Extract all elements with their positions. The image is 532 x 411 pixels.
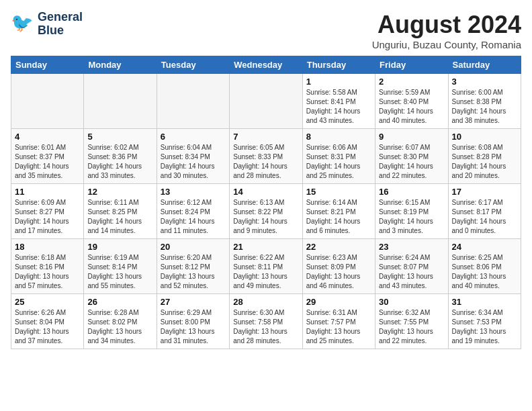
day-info: Sunrise: 6:17 AM Sunset: 8:17 PM Dayligh… (452, 198, 517, 236)
day-number: 11 (15, 187, 80, 197)
logo-icon: 🐦 (11, 12, 35, 36)
day-number: 23 (379, 242, 444, 252)
calendar-cell: 10Sunrise: 6:08 AM Sunset: 8:28 PM Dayli… (448, 129, 521, 184)
day-info: Sunrise: 6:15 AM Sunset: 8:19 PM Dayligh… (379, 198, 444, 236)
day-number: 31 (452, 297, 517, 307)
day-info: Sunrise: 6:30 AM Sunset: 7:58 PM Dayligh… (233, 308, 298, 346)
day-info: Sunrise: 6:00 AM Sunset: 8:38 PM Dayligh… (452, 88, 517, 126)
page-header: 🐦 General Blue August 2024 Unguriu, Buza… (11, 11, 521, 50)
day-info: Sunrise: 6:24 AM Sunset: 8:07 PM Dayligh… (379, 253, 444, 291)
day-number: 7 (233, 132, 298, 142)
day-info: Sunrise: 6:06 AM Sunset: 8:31 PM Dayligh… (306, 143, 371, 181)
day-number: 19 (87, 242, 152, 252)
day-number: 26 (87, 297, 152, 307)
calendar-cell: 17Sunrise: 6:17 AM Sunset: 8:17 PM Dayli… (448, 184, 521, 239)
calendar-cell: 13Sunrise: 6:12 AM Sunset: 8:24 PM Dayli… (157, 184, 229, 239)
day-info: Sunrise: 6:11 AM Sunset: 8:25 PM Dayligh… (87, 198, 152, 236)
day-info: Sunrise: 6:20 AM Sunset: 8:12 PM Dayligh… (161, 253, 226, 291)
calendar-cell: 4Sunrise: 6:01 AM Sunset: 8:37 PM Daylig… (11, 129, 84, 184)
calendar-table: SundayMondayTuesdayWednesdayThursdayFrid… (11, 56, 521, 349)
day-number: 10 (452, 132, 517, 142)
day-number: 4 (15, 132, 80, 142)
calendar-cell: 14Sunrise: 6:13 AM Sunset: 8:22 PM Dayli… (230, 184, 302, 239)
logo-text: General Blue (38, 11, 83, 38)
day-number: 29 (306, 297, 371, 307)
weekday-header: Sunday (11, 56, 84, 74)
day-number: 12 (87, 187, 152, 197)
day-info: Sunrise: 6:26 AM Sunset: 8:04 PM Dayligh… (15, 308, 80, 346)
weekday-header: Thursday (302, 56, 375, 74)
weekday-header: Monday (84, 56, 157, 74)
day-info: Sunrise: 6:12 AM Sunset: 8:24 PM Dayligh… (161, 198, 226, 236)
calendar-cell (230, 74, 302, 129)
day-info: Sunrise: 6:09 AM Sunset: 8:27 PM Dayligh… (15, 198, 80, 236)
calendar-cell (11, 74, 84, 129)
day-number: 25 (15, 297, 80, 307)
day-info: Sunrise: 5:58 AM Sunset: 8:41 PM Dayligh… (306, 88, 371, 126)
day-info: Sunrise: 5:59 AM Sunset: 8:40 PM Dayligh… (379, 88, 444, 126)
calendar-cell: 28Sunrise: 6:30 AM Sunset: 7:58 PM Dayli… (230, 294, 302, 349)
day-number: 8 (306, 132, 371, 142)
day-info: Sunrise: 6:25 AM Sunset: 8:06 PM Dayligh… (452, 253, 517, 291)
day-info: Sunrise: 6:07 AM Sunset: 8:30 PM Dayligh… (379, 143, 444, 181)
calendar-cell: 22Sunrise: 6:23 AM Sunset: 8:09 PM Dayli… (302, 239, 375, 294)
calendar-cell: 29Sunrise: 6:31 AM Sunset: 7:57 PM Dayli… (302, 294, 375, 349)
day-number: 13 (161, 187, 226, 197)
title-block: August 2024 Unguriu, Buzau County, Roman… (372, 11, 521, 50)
location-subtitle: Unguriu, Buzau County, Romania (372, 39, 521, 50)
day-info: Sunrise: 6:23 AM Sunset: 8:09 PM Dayligh… (306, 253, 371, 291)
day-number: 9 (379, 132, 444, 142)
month-year-title: August 2024 (372, 11, 521, 39)
calendar-body: 1Sunrise: 5:58 AM Sunset: 8:41 PM Daylig… (11, 74, 521, 349)
day-info: Sunrise: 6:31 AM Sunset: 7:57 PM Dayligh… (306, 308, 371, 346)
day-number: 6 (161, 132, 226, 142)
calendar-week-row: 1Sunrise: 5:58 AM Sunset: 8:41 PM Daylig… (11, 74, 521, 129)
calendar-cell: 19Sunrise: 6:19 AM Sunset: 8:14 PM Dayli… (84, 239, 157, 294)
calendar-cell: 25Sunrise: 6:26 AM Sunset: 8:04 PM Dayli… (11, 294, 84, 349)
day-info: Sunrise: 6:28 AM Sunset: 8:02 PM Dayligh… (87, 308, 152, 346)
day-number: 18 (15, 242, 80, 252)
weekday-header: Friday (375, 56, 448, 74)
calendar-cell: 15Sunrise: 6:14 AM Sunset: 8:21 PM Dayli… (302, 184, 375, 239)
day-number: 28 (233, 297, 298, 307)
day-info: Sunrise: 6:05 AM Sunset: 8:33 PM Dayligh… (233, 143, 298, 181)
calendar-cell: 21Sunrise: 6:22 AM Sunset: 8:11 PM Dayli… (230, 239, 302, 294)
day-info: Sunrise: 6:14 AM Sunset: 8:21 PM Dayligh… (306, 198, 371, 236)
calendar-cell: 11Sunrise: 6:09 AM Sunset: 8:27 PM Dayli… (11, 184, 84, 239)
svg-text:🐦: 🐦 (11, 12, 34, 34)
calendar-cell: 8Sunrise: 6:06 AM Sunset: 8:31 PM Daylig… (302, 129, 375, 184)
day-number: 24 (452, 242, 517, 252)
weekday-header: Tuesday (157, 56, 229, 74)
day-number: 14 (233, 187, 298, 197)
day-info: Sunrise: 6:02 AM Sunset: 8:36 PM Dayligh… (87, 143, 152, 181)
day-info: Sunrise: 6:22 AM Sunset: 8:11 PM Dayligh… (233, 253, 298, 291)
day-number: 17 (452, 187, 517, 197)
calendar-cell (157, 74, 229, 129)
day-info: Sunrise: 6:13 AM Sunset: 8:22 PM Dayligh… (233, 198, 298, 236)
calendar-cell: 31Sunrise: 6:34 AM Sunset: 7:53 PM Dayli… (448, 294, 521, 349)
calendar-cell: 30Sunrise: 6:32 AM Sunset: 7:55 PM Dayli… (375, 294, 448, 349)
calendar-cell: 7Sunrise: 6:05 AM Sunset: 8:33 PM Daylig… (230, 129, 302, 184)
day-info: Sunrise: 6:01 AM Sunset: 8:37 PM Dayligh… (15, 143, 80, 181)
calendar-cell: 9Sunrise: 6:07 AM Sunset: 8:30 PM Daylig… (375, 129, 448, 184)
calendar-header-row: SundayMondayTuesdayWednesdayThursdayFrid… (11, 56, 521, 74)
day-number: 5 (87, 132, 152, 142)
day-number: 15 (306, 187, 371, 197)
day-info: Sunrise: 6:19 AM Sunset: 8:14 PM Dayligh… (87, 253, 152, 291)
calendar-cell: 2Sunrise: 5:59 AM Sunset: 8:40 PM Daylig… (375, 74, 448, 129)
day-number: 22 (306, 242, 371, 252)
day-number: 21 (233, 242, 298, 252)
day-number: 30 (379, 297, 444, 307)
calendar-cell: 6Sunrise: 6:04 AM Sunset: 8:34 PM Daylig… (157, 129, 229, 184)
weekday-header: Saturday (448, 56, 521, 74)
calendar-week-row: 25Sunrise: 6:26 AM Sunset: 8:04 PM Dayli… (11, 294, 521, 349)
calendar-cell: 23Sunrise: 6:24 AM Sunset: 8:07 PM Dayli… (375, 239, 448, 294)
calendar-week-row: 18Sunrise: 6:18 AM Sunset: 8:16 PM Dayli… (11, 239, 521, 294)
calendar-cell: 12Sunrise: 6:11 AM Sunset: 8:25 PM Dayli… (84, 184, 157, 239)
calendar-cell: 27Sunrise: 6:29 AM Sunset: 8:00 PM Dayli… (157, 294, 229, 349)
calendar-week-row: 11Sunrise: 6:09 AM Sunset: 8:27 PM Dayli… (11, 184, 521, 239)
day-info: Sunrise: 6:18 AM Sunset: 8:16 PM Dayligh… (15, 253, 80, 291)
day-info: Sunrise: 6:32 AM Sunset: 7:55 PM Dayligh… (379, 308, 444, 346)
day-number: 16 (379, 187, 444, 197)
logo: 🐦 General Blue (11, 11, 83, 38)
